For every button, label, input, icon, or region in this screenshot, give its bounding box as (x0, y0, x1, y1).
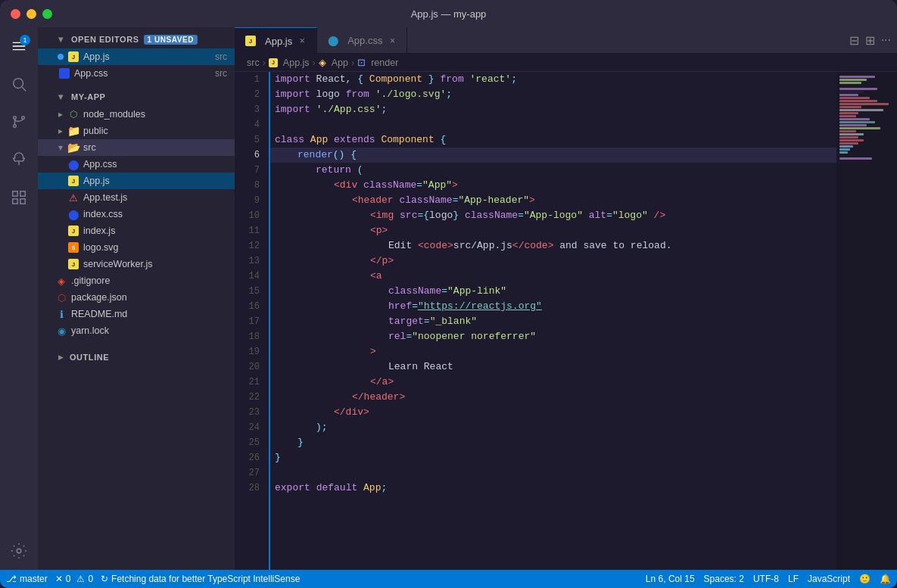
activity-git[interactable] (6, 109, 32, 135)
code-line-4 (269, 117, 836, 132)
outline-chevron[interactable] (55, 351, 67, 363)
node-modules-chevron[interactable] (55, 108, 67, 120)
open-editor-appcss[interactable]: C App.css src (38, 65, 235, 82)
tab-appcss-icon: ⬤ (326, 34, 340, 48)
breadcrumb-app-component[interactable]: ◈ App (319, 57, 348, 68)
app-js-icon: J (67, 174, 80, 188)
activity-settings[interactable] (6, 538, 32, 564)
tree-index-js[interactable]: J index.js (38, 222, 235, 239)
breadcrumb-js-icon: J (269, 58, 278, 67)
minimize-button[interactable] (26, 9, 36, 19)
tab-appcss-close[interactable]: × (387, 36, 397, 46)
appcss-icon: C (58, 67, 71, 80)
svg-rect-8 (20, 191, 25, 196)
explorer-badge: 1 (20, 35, 30, 45)
editor-content[interactable]: 1 2 3 4 5 6 7 8 9 10 11 12 13 14 15 16 1… (235, 72, 897, 570)
cursor-position[interactable]: Ln 6, Col 15 (646, 574, 695, 584)
public-folder-icon: 📁 (67, 124, 80, 138)
status-bar: ⎇ master ✕ 0 ⚠ 0 ↻ Fetching data for bet… (0, 570, 897, 588)
tree-app-css[interactable]: ⬤ App.css (38, 156, 235, 173)
language-mode[interactable]: JavaScript (808, 574, 850, 584)
src-chevron[interactable] (55, 142, 67, 154)
svg-line-1 (22, 87, 26, 91)
error-icon: ✕ (55, 574, 63, 584)
code-line-9: <header className="App-header"> (269, 193, 836, 208)
editor-area: J App.js × ⬤ App.css × ⊟ ⊞ ··· src (235, 27, 897, 570)
code-line-24: ); (269, 420, 836, 435)
warning-icon: ⚠ (76, 574, 85, 584)
main-layout: 1 (0, 27, 897, 570)
status-left: ⎇ master ✕ 0 ⚠ 0 ↻ Fetching data for bet… (6, 574, 300, 584)
activity-explorer[interactable]: 1 (6, 33, 32, 59)
code-line-23: </div> (269, 405, 836, 420)
code-line-3: import './App.css'; (269, 102, 836, 117)
code-line-27 (269, 465, 836, 481)
code-line-15: className="App-link" (269, 284, 836, 299)
git-branch[interactable]: ⎇ master (6, 574, 48, 584)
activity-extensions[interactable] (6, 185, 32, 210)
code-line-11: <p> (269, 223, 836, 238)
code-editor[interactable]: import React, { Component } from 'react'… (269, 72, 836, 570)
tree-index-css[interactable]: ⬤ index.css (38, 206, 235, 222)
open-editors-chevron[interactable] (55, 33, 67, 45)
window-title: App.js — my-app (411, 8, 487, 20)
activity-debug[interactable] (6, 147, 32, 173)
breadcrumb-src[interactable]: src (247, 58, 260, 68)
line-ending-setting[interactable]: LF (788, 574, 799, 584)
tab-app-css[interactable]: ⬤ App.css × (317, 27, 407, 54)
encoding-setting[interactable]: UTF-8 (753, 574, 779, 584)
tree-yarn-lock[interactable]: ◉ yarn.lock (38, 322, 235, 339)
tree-app-js[interactable]: J App.js (38, 173, 235, 189)
breadcrumb-render[interactable]: ⊡ render (357, 57, 398, 68)
open-editors-section: OPEN EDITORS 1 UNSAVED (38, 27, 235, 48)
my-app-section: MY-APP (38, 85, 235, 106)
tab-appjs-icon: J (244, 34, 257, 48)
node-modules-icon: ⬡ (67, 107, 80, 121)
code-line-19: > (269, 344, 836, 359)
code-line-6: render() { (269, 148, 836, 163)
code-line-26: } (269, 450, 836, 465)
error-count[interactable]: ✕ 0 ⚠ 0 (55, 574, 93, 584)
titlebar: App.js — my-app (0, 0, 897, 27)
split-editor-icon[interactable]: ⊟ (849, 33, 859, 48)
sync-message: ↻ Fetching data for better TypeScript In… (101, 574, 300, 584)
tree-src[interactable]: 📂 src (38, 139, 235, 156)
tree-public[interactable]: 📁 public (38, 123, 235, 139)
my-app-chevron[interactable] (55, 91, 67, 103)
window-controls[interactable] (11, 9, 52, 19)
app-css-icon: ⬤ (67, 157, 80, 171)
tab-app-js[interactable]: J App.js × (235, 27, 317, 54)
smiley-icon[interactable]: 🙂 (859, 574, 871, 584)
tab-bar: J App.js × ⬤ App.css × ⊟ ⊞ ··· (235, 27, 897, 54)
breadcrumb-appjs[interactable]: J App.js (269, 58, 310, 68)
code-line-5: class App extends Component { (269, 132, 836, 148)
code-line-12: Edit <code>src/App.js</code> and save to… (269, 238, 836, 254)
tree-package-json[interactable]: ⬡ package.json (38, 289, 235, 306)
code-line-16: href="https://reactjs.org" (269, 299, 836, 314)
public-chevron[interactable] (55, 125, 67, 137)
service-worker-icon: J (67, 257, 80, 271)
index-css-icon: ⬤ (67, 207, 80, 221)
tree-service-worker[interactable]: J serviceWorker.js (38, 256, 235, 272)
open-editor-appjs[interactable]: J App.js src (38, 48, 235, 65)
toggle-panel-icon[interactable]: ⊞ (865, 33, 875, 48)
code-line-18: rel="noopener noreferrer" (269, 329, 836, 344)
activity-search[interactable] (6, 71, 32, 97)
svg-rect-7 (13, 191, 17, 196)
code-line-1: import React, { Component } from 'react'… (269, 72, 836, 87)
tree-node-modules[interactable]: ⬡ node_modules (38, 106, 235, 123)
tab-appjs-close[interactable]: × (297, 36, 307, 46)
close-button[interactable] (11, 9, 20, 19)
appjs-icon: J (67, 50, 80, 64)
spaces-setting[interactable]: Spaces: 2 (704, 574, 744, 584)
notification-bell-icon[interactable]: 🔔 (880, 574, 891, 584)
outline-section: OUTLINE (38, 345, 235, 366)
tree-app-test-js[interactable]: ⚠ App.test.js (38, 189, 235, 206)
svg-point-4 (22, 117, 25, 120)
maximize-button[interactable] (42, 9, 52, 19)
more-actions-icon[interactable]: ··· (881, 33, 891, 47)
code-line-22: </header> (269, 390, 836, 405)
tree-logo-svg[interactable]: S logo.svg (38, 239, 235, 256)
tree-gitignore[interactable]: ◈ .gitignore (38, 272, 235, 289)
tree-readme[interactable]: ℹ README.md (38, 306, 235, 322)
